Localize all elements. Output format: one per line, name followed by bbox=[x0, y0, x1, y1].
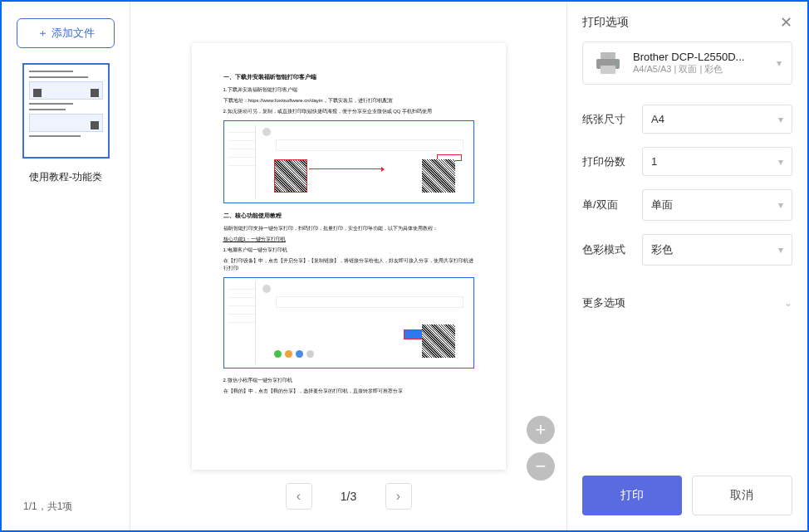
preview-area: 一、下载并安装福昕智能打印客户端 1.下载并安装福昕智能打印客户端 下载地址：h… bbox=[130, 2, 566, 530]
chevron-down-icon: ▾ bbox=[778, 156, 783, 168]
cancel-button-label: 取消 bbox=[730, 488, 753, 501]
plus-icon: ＋ bbox=[37, 26, 48, 41]
close-button[interactable]: ✕ bbox=[780, 13, 792, 32]
plus-icon: + bbox=[536, 419, 547, 441]
print-options-panel: 打印选项 ✕ Brother DCP-L2550D... A4/A5/A3 | … bbox=[566, 2, 807, 530]
paper-size-value: A4 bbox=[651, 113, 664, 125]
doc-heading-2: 二、核心功能使用教程 bbox=[223, 212, 474, 220]
color-mode-label: 色彩模式 bbox=[582, 242, 635, 257]
chevron-right-icon: › bbox=[396, 489, 400, 504]
doc-screenshot-2 bbox=[223, 277, 474, 368]
paper-size-label: 纸张尺寸 bbox=[582, 112, 635, 127]
zoom-out-button[interactable]: − bbox=[527, 452, 555, 481]
page-indicator: 1/3 bbox=[326, 490, 372, 503]
doc-text: 1.下载并安装福昕智能打印客户端 bbox=[223, 86, 474, 94]
doc-heading-1: 一、下载并安装福昕智能打印客户端 bbox=[223, 73, 474, 81]
next-page-button[interactable]: › bbox=[385, 483, 412, 510]
thumbnail-preview bbox=[29, 70, 103, 152]
doc-screenshot-1 bbox=[223, 120, 474, 203]
thumbnail-label: 使用教程-功能类 bbox=[10, 170, 121, 184]
doc-text: 下载地址：https://www.foxitsoftware.cn/dayin，… bbox=[223, 97, 474, 105]
doc-text: 核心功能1：一键分享打印机 bbox=[223, 236, 474, 243]
zoom-in-button[interactable]: + bbox=[527, 416, 555, 444]
paper-size-select[interactable]: A4 ▾ bbox=[642, 105, 792, 134]
file-thumbnail[interactable] bbox=[22, 63, 110, 159]
doc-text: 2.如无驱动可另，复制，或直接打印取贴快捷码海报，便于分享至企业微信或 QQ 手… bbox=[223, 108, 474, 115]
print-button[interactable]: 打印 bbox=[582, 476, 682, 515]
minus-icon: − bbox=[536, 456, 547, 477]
svg-rect-0 bbox=[601, 52, 615, 59]
chevron-down-icon: ⌄ bbox=[784, 297, 792, 309]
chevron-down-icon: ▾ bbox=[777, 57, 782, 69]
cancel-button[interactable]: 取消 bbox=[692, 476, 793, 515]
add-file-label: 添加文件 bbox=[51, 26, 95, 41]
color-mode-select[interactable]: 彩色 ▾ bbox=[642, 234, 792, 266]
doc-text: 2.微信小程序端一键分享打印机 bbox=[223, 377, 474, 384]
more-options-label: 更多选项 bbox=[582, 295, 625, 310]
doc-text: 1.电脑客户端一键分享打印机 bbox=[223, 246, 474, 254]
svg-point-3 bbox=[615, 61, 618, 64]
doc-text: 福昕智能打印支持一键分享打印，扫码打印，批量打印，安全打印等功能，以下为具体使用… bbox=[223, 225, 474, 232]
close-icon: ✕ bbox=[780, 14, 792, 31]
copies-select[interactable]: 1 ▾ bbox=[642, 147, 792, 176]
chevron-down-icon: ▾ bbox=[778, 244, 783, 256]
color-mode-value: 彩色 bbox=[651, 242, 673, 257]
add-file-button[interactable]: ＋ 添加文件 bbox=[17, 18, 115, 48]
printer-icon bbox=[593, 51, 623, 76]
prev-page-button[interactable]: ‹ bbox=[286, 483, 312, 510]
doc-text: 在【我的】中，点击【我的分享】，选择要分享的打印机，直接转发即可推荐分享 bbox=[223, 388, 474, 395]
pager: ‹ 1/3 › bbox=[286, 483, 412, 510]
more-options-toggle[interactable]: 更多选项 ⌄ bbox=[582, 287, 792, 319]
duplex-label: 单/双面 bbox=[582, 198, 635, 212]
printer-selector[interactable]: Brother DCP-L2550D... A4/A5/A3 | 双面 | 彩色… bbox=[582, 41, 792, 85]
copies-value: 1 bbox=[651, 155, 657, 168]
sidebar: ＋ 添加文件 使用教程-功能类 1/1，共1项 bbox=[2, 2, 130, 530]
doc-text: 在【打印设备】中，点击【开启分享】-【复制链接】，将链接分享给他人，好友即可接入… bbox=[223, 257, 474, 272]
copies-label: 打印份数 bbox=[582, 154, 635, 169]
printer-desc: A4/A5/A3 | 双面 | 彩色 bbox=[633, 63, 767, 76]
duplex-select[interactable]: 单面 ▾ bbox=[642, 189, 792, 221]
duplex-value: 单面 bbox=[651, 198, 673, 212]
document-page: 一、下载并安装福昕智能打印客户端 1.下载并安装福昕智能打印客户端 下载地址：h… bbox=[192, 43, 506, 470]
panel-title: 打印选项 bbox=[582, 15, 629, 30]
chevron-down-icon: ▾ bbox=[778, 114, 783, 125]
sidebar-status: 1/1，共1项 bbox=[10, 500, 121, 514]
print-button-label: 打印 bbox=[620, 488, 644, 501]
chevron-down-icon: ▾ bbox=[778, 199, 783, 211]
printer-name: Brother DCP-L2550D... bbox=[633, 51, 766, 63]
chevron-left-icon: ‹ bbox=[297, 489, 301, 504]
svg-rect-2 bbox=[601, 66, 615, 74]
zoom-controls: + − bbox=[527, 416, 555, 481]
